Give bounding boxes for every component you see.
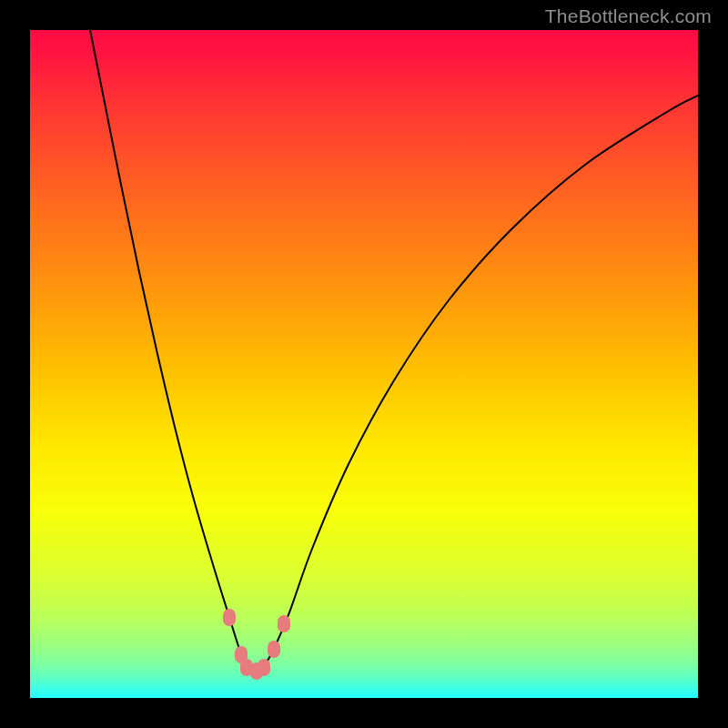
marker-bottom-3 xyxy=(258,659,270,676)
bottleneck-curve xyxy=(30,30,698,698)
marker-left-upper xyxy=(223,609,236,626)
marker-right-top xyxy=(278,615,290,632)
marker-right-upper xyxy=(268,641,280,658)
watermark-text: TheBottleneck.com xyxy=(545,5,712,27)
plot-area xyxy=(30,30,698,698)
chart-frame: TheBottleneck.com xyxy=(0,0,728,728)
